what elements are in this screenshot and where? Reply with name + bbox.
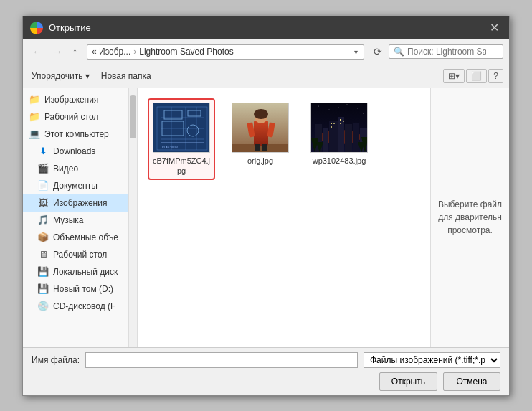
new-volume-icon: 💾	[37, 283, 49, 295]
breadcrumb-part1: « Изобр...	[92, 47, 130, 57]
svg-rect-20	[262, 144, 267, 151]
sidebar-item-images-top[interactable]: 📁 Изображения	[23, 91, 137, 108]
search-icon: 🔍	[394, 47, 404, 57]
svg-rect-40	[331, 126, 332, 128]
up-button[interactable]: ↑	[69, 44, 81, 60]
breadcrumb-part2: Lightroom Saved Photos	[139, 47, 233, 57]
svg-text:PLAN VIEW: PLAN VIEW	[162, 146, 178, 149]
sidebar-item-downloads[interactable]: ⬇ Downloads	[23, 143, 137, 160]
preview-text: Выберите файл для дварительн просмотра.	[437, 198, 503, 237]
view-layout-button[interactable]: ⬜	[466, 69, 487, 83]
svg-point-27	[358, 108, 358, 108]
sidebar-label-downloads: Downloads	[53, 146, 95, 156]
forward-button[interactable]: →	[49, 44, 66, 60]
filename-input[interactable]	[85, 352, 358, 368]
filename-row: Имя файла: Файлы изображений (*.tiff;*.p	[32, 352, 500, 368]
svg-point-24	[318, 105, 319, 106]
sidebar-label-objects: Объемные объе	[53, 232, 118, 242]
back-button[interactable]: ←	[29, 44, 46, 60]
cancel-button[interactable]: Отмена	[443, 372, 500, 391]
sidebar-label-music: Музыка	[53, 215, 83, 225]
main-content: PLAN VIEW cB7fMPm5ZC4.jpg	[138, 88, 430, 347]
sidebar-label-desktop-top: Рабочий стол	[44, 112, 98, 122]
svg-rect-39	[333, 123, 335, 124]
sidebar-item-video[interactable]: 🎬 Видео	[23, 160, 137, 177]
svg-rect-16	[254, 121, 268, 146]
sidebar-scroll-thumb[interactable]	[130, 95, 136, 138]
new-folder-button[interactable]: Новая папка	[98, 70, 154, 82]
search-bar: 🔍	[389, 44, 503, 59]
file-label-1: cB7fMPm5ZC4.jpg	[152, 156, 211, 176]
sidebar-item-local-disk[interactable]: 💾 Локальный диск	[23, 263, 137, 280]
video-icon: 🎬	[37, 163, 49, 174]
sidebar-item-documents[interactable]: 📄 Документы	[23, 177, 137, 194]
file-item-3[interactable]: wp3102483.jpg	[307, 100, 371, 179]
woman-svg	[232, 103, 288, 153]
sidebar-scrollbar[interactable]	[128, 88, 137, 347]
sidebar-item-cd-drive[interactable]: 💿 CD-дисковод (F	[23, 298, 137, 315]
breadcrumb-dropdown-button[interactable]: ▾	[353, 47, 359, 57]
sidebar-item-images[interactable]: 🖼 Изображения	[23, 194, 137, 212]
sidebar-label-new-volume: Новый том (D:)	[53, 284, 113, 294]
thumbnail-2	[232, 103, 289, 153]
file-grid: PLAN VIEW cB7fMPm5ZC4.jpg	[138, 88, 430, 347]
sidebar-label-this-pc: Этот компьютер	[44, 129, 109, 139]
content-area: 📁 Изображения 📁 Рабочий стол 💻 Этот комп…	[23, 88, 509, 347]
sidebar-label-video: Видео	[53, 164, 78, 174]
view-icon-button[interactable]: ⊞▾	[443, 69, 465, 83]
sidebar-label-images: Изображения	[53, 198, 107, 208]
close-button[interactable]: ✕	[487, 21, 502, 34]
svg-rect-19	[255, 144, 260, 151]
open-button[interactable]: Открыть	[379, 372, 437, 391]
file-label-3: wp3102483.jpg	[313, 156, 366, 166]
sidebar-item-objects[interactable]: 📦 Объемные объе	[23, 229, 137, 246]
organize-button[interactable]: Упорядочить ▾	[29, 70, 92, 82]
breadcrumb-bar[interactable]: « Изобр... › Lightroom Saved Photos ▾	[87, 44, 364, 60]
sidebar-label-documents: Документы	[53, 181, 98, 191]
file-item-1[interactable]: PLAN VIEW cB7fMPm5ZC4.jpg	[149, 100, 214, 179]
sidebar: 📁 Изображения 📁 Рабочий стол 💻 Этот комп…	[23, 88, 138, 347]
docs-icon: 📄	[37, 180, 49, 192]
svg-rect-34	[338, 117, 344, 153]
svg-rect-43	[343, 121, 344, 122]
file-label-2: orig.jpg	[247, 156, 273, 166]
svg-rect-32	[323, 128, 328, 153]
svg-rect-41	[340, 119, 341, 121]
nav-toolbar: ← → ↑ « Изобр... › Lightroom Saved Photo…	[23, 39, 509, 65]
title-bar: Открытие ✕	[23, 16, 509, 39]
blueprint-svg: PLAN VIEW	[153, 103, 210, 153]
sidebar-label-desktop2: Рабочий стол	[53, 250, 107, 260]
sidebar-label-images-top: Изображения	[44, 95, 98, 105]
search-input[interactable]	[407, 47, 486, 57]
local-disk-icon: 💾	[37, 266, 49, 278]
file-item-2[interactable]: orig.jpg	[228, 100, 293, 179]
open-dialog: Открытие ✕ ← → ↑ « Изобр... › Lightroom …	[22, 16, 510, 396]
sidebar-item-new-volume[interactable]: 💾 Новый том (D:)	[23, 280, 137, 298]
preview-panel: Выберите файл для дварительн просмотра.	[430, 88, 509, 347]
cd-icon: 💿	[37, 301, 49, 312]
help-button[interactable]: ?	[488, 69, 503, 83]
folder-icon: 📁	[29, 111, 40, 123]
svg-rect-35	[345, 124, 352, 153]
sidebar-item-desktop2[interactable]: 🖥 Рабочий стол	[23, 246, 137, 263]
svg-point-18	[254, 109, 268, 119]
refresh-button[interactable]: ⟳	[370, 44, 386, 60]
svg-rect-33	[329, 121, 338, 153]
images-icon: 🖼	[37, 197, 49, 209]
folder-icon: 📁	[29, 94, 40, 105]
svg-rect-38	[331, 123, 332, 124]
bottom-bar: Имя файла: Файлы изображений (*.tiff;*.p…	[23, 347, 509, 395]
computer-icon: 💻	[29, 128, 40, 140]
dialog-title: Открытие	[49, 22, 487, 33]
button-row: Открыть Отмена	[32, 372, 500, 391]
breadcrumb-arrow1: ›	[133, 47, 136, 57]
thumbnail-3	[310, 103, 368, 153]
chrome-icon	[30, 22, 43, 34]
svg-rect-42	[340, 123, 341, 124]
filetype-select[interactable]: Файлы изображений (*.tiff;*.p	[364, 352, 500, 368]
sidebar-item-desktop-top[interactable]: 📁 Рабочий стол	[23, 108, 137, 126]
sidebar-label-cd-drive: CD-дисковод (F	[53, 301, 115, 311]
sidebar-item-music[interactable]: 🎵 Музыка	[23, 212, 137, 229]
desktop-icon: 🖥	[37, 249, 49, 260]
music-icon: 🎵	[37, 214, 49, 226]
